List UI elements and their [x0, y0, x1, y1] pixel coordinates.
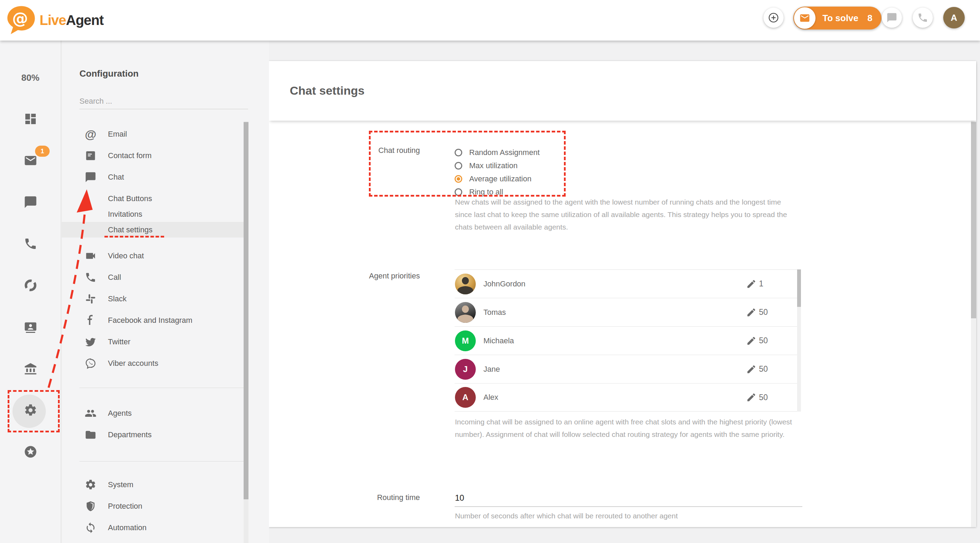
sidebar-item-email[interactable]: @Email	[62, 124, 269, 145]
radio-option-random-assignment[interactable]: Random Assignment	[455, 146, 539, 159]
chat-routing-label: Chat routing	[314, 146, 420, 155]
menu-scrollbar	[243, 121, 248, 543]
user-avatar-initial: A	[951, 13, 958, 23]
chat-routing-help: New chats will be assigned to the agent …	[455, 196, 799, 233]
sidebar-item-video-chat[interactable]: Video chat	[62, 245, 269, 267]
rail-item-phone[interactable]	[0, 236, 61, 253]
calls-button[interactable]	[913, 8, 933, 28]
chat-bubble-icon	[886, 12, 897, 23]
twitter-icon	[84, 336, 97, 348]
edit-pencil-icon[interactable]	[746, 307, 757, 318]
menu-divider	[80, 461, 243, 462]
routing-time-help: Number of seconds after which chat will …	[455, 510, 799, 522]
sidebar-item-label: Chat Buttons	[108, 194, 152, 203]
radio-selected-icon	[455, 175, 462, 183]
agent-name: Michaela	[484, 337, 514, 345]
sidebar-item-automation[interactable]: Automation	[62, 517, 269, 538]
content-scrollbar-thumb[interactable]	[971, 122, 976, 318]
radio-option-max-utilization[interactable]: Max utilization	[455, 159, 539, 172]
bank-icon	[24, 362, 38, 377]
page-title: Chat settings	[290, 84, 364, 97]
to-solve-count: 8	[867, 13, 872, 24]
avatar: A	[455, 387, 476, 408]
add-button[interactable]	[764, 8, 784, 28]
sidebar-item-label: Chat settings	[108, 225, 152, 234]
mail-icon	[24, 154, 38, 169]
history-icon	[24, 278, 38, 294]
rail-item-history[interactable]	[0, 278, 61, 294]
sidebar-item-label: Contact form	[108, 151, 152, 160]
agent-list-scrollbar-thumb[interactable]	[797, 270, 801, 307]
gear-icon	[84, 479, 97, 491]
top-bar: @ LiveAgent To solve 8 A	[0, 0, 980, 41]
edit-pencil-icon[interactable]	[746, 336, 757, 346]
avatar-photo	[455, 273, 476, 294]
rail-item-gear[interactable]	[0, 403, 61, 419]
sidebar-item-invitations[interactable]: Invitations	[62, 206, 269, 222]
sidebar-item-chat-settings[interactable]: Chat settings	[62, 222, 243, 238]
phone-icon	[917, 12, 928, 23]
edit-pencil-icon[interactable]	[746, 364, 757, 375]
sidebar-item-chat-buttons[interactable]: Chat Buttons	[62, 191, 269, 206]
at-sign-icon: @	[84, 128, 97, 140]
to-solve-button[interactable]: To solve 8	[793, 6, 881, 30]
radio-unselected-icon	[455, 162, 462, 170]
chats-button[interactable]	[882, 8, 902, 28]
search-input[interactable]	[80, 93, 248, 109]
sidebar-item-facebook-and-instagram[interactable]: Facebook and Instagram	[62, 310, 269, 331]
sidebar-item-label: Departments	[108, 430, 152, 439]
edit-pencil-icon[interactable]	[746, 279, 757, 289]
slack-icon	[84, 293, 97, 305]
star-circle-icon	[24, 445, 38, 460]
agent-name: Tomas	[484, 308, 506, 317]
radio-unselected-icon	[455, 149, 462, 156]
rail-item-contact-card[interactable]	[0, 319, 61, 336]
svg-text:@: @	[12, 10, 28, 28]
sidebar-item-label: Invitations	[108, 210, 142, 219]
phone-icon	[24, 237, 38, 252]
sidebar-item-label: Chat	[108, 173, 124, 182]
sidebar-item-contact-form[interactable]: Contact form	[62, 145, 269, 167]
routing-time-input[interactable]	[455, 491, 802, 507]
sidebar-item-slack[interactable]: Slack	[62, 288, 269, 310]
sidebar-item-chat[interactable]: Chat	[62, 167, 269, 188]
liveagent-logo[interactable]: @ LiveAgent	[6, 4, 103, 36]
avatar: J	[455, 359, 476, 380]
sidebar-item-departments[interactable]: Departments	[62, 424, 269, 446]
radio-option-average-utilization[interactable]: Average utilization	[455, 172, 539, 186]
shield-icon	[84, 500, 97, 512]
user-avatar[interactable]: A	[943, 7, 965, 29]
agent-priorities-help: Incoming chat will be assigned to an onl…	[455, 416, 799, 441]
mail-count-badge: 1	[35, 146, 49, 157]
workload-indicator: 80%	[0, 73, 61, 83]
rail-item-bank[interactable]	[0, 361, 61, 378]
routing-time-label: Routing time	[314, 493, 420, 502]
sidebar-item-protection[interactable]: Protection	[62, 495, 269, 517]
menu-scrollbar-thumb[interactable]	[243, 122, 248, 499]
radio-option-label: Average utilization	[469, 175, 531, 183]
sidebar-item-call[interactable]: Call	[62, 267, 269, 288]
to-solve-mail-badge	[794, 7, 816, 29]
rail-item-chat-bubble[interactable]	[0, 195, 61, 211]
radio-option-label: Max utilization	[469, 161, 517, 170]
edit-pencil-icon[interactable]	[746, 392, 757, 403]
agent-row-tomas: Tomas50	[455, 298, 797, 326]
to-solve-label: To solve	[822, 13, 859, 24]
agent-row-alex: AAlex50	[455, 383, 797, 411]
logo-bubble-icon: @	[6, 4, 36, 36]
sync-icon	[84, 522, 97, 533]
sidebar-item-agents[interactable]: Agents	[62, 403, 269, 424]
radio-option-label: Random Assignment	[469, 148, 539, 157]
phone-icon	[84, 272, 97, 283]
rail-item-star-circle[interactable]	[0, 444, 61, 461]
sidebar-item-system[interactable]: System	[62, 474, 269, 495]
gear-icon	[24, 403, 38, 419]
sidebar-item-twitter[interactable]: Twitter	[62, 331, 269, 352]
rail-item-mail[interactable]	[0, 153, 61, 170]
sidebar-item-label: Facebook and Instagram	[108, 316, 192, 325]
sidebar-item-label: Email	[108, 130, 127, 139]
sidebar-item-label: Video chat	[108, 251, 144, 260]
configuration-panel: Configuration @EmailContact formChatChat…	[61, 41, 269, 543]
sidebar-item-viber-accounts[interactable]: Viber accounts	[62, 352, 269, 374]
rail-item-dashboard[interactable]	[0, 111, 61, 128]
